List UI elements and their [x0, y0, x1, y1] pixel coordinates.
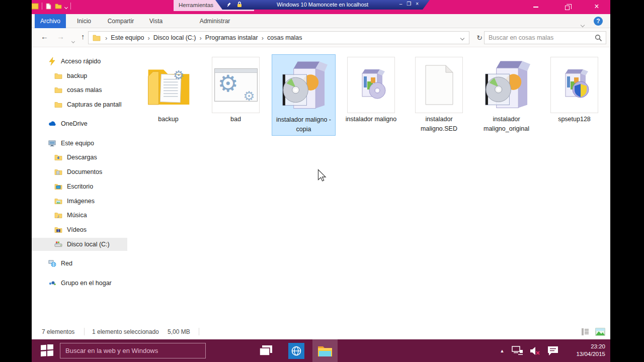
ribbon-tab-bar: Archivo Inicio Compartir Vista Administr… — [32, 14, 610, 28]
window-close-button[interactable]: × — [588, 0, 605, 13]
window-restore-button[interactable] — [558, 0, 576, 13]
file-tile-backup[interactable]: ⚙ backup — [136, 54, 200, 136]
sidebar-item-escritorio[interactable]: Escritorio — [32, 180, 127, 193]
tray-chevron-icon[interactable]: ▲ — [497, 339, 507, 362]
volume-muted-icon[interactable] — [528, 339, 543, 362]
details-view-icon[interactable] — [581, 328, 589, 336]
tab-administrar[interactable]: Administrar — [192, 14, 238, 28]
sidebar-item-label: Escritorio — [67, 183, 93, 190]
properties-icon[interactable] — [45, 3, 52, 10]
quick-access-toolbar — [32, 2, 71, 10]
address-bar[interactable]: › Este equipo › Disco local (C:) › Progr… — [88, 31, 469, 44]
sidebar-item-este-equipo[interactable]: Este equipo — [32, 137, 127, 150]
taskbar: ▲ 23:20 13/04/2015 — [32, 339, 610, 362]
breadcrumb-separator: › — [258, 34, 267, 42]
back-button[interactable]: ← — [41, 32, 48, 41]
help-icon[interactable]: ? — [594, 17, 603, 26]
forward-button[interactable]: → — [57, 32, 64, 41]
sidebar-item-musica[interactable]: ♪ Música — [32, 209, 127, 222]
taskbar-clock[interactable]: 23:20 13/04/2015 — [576, 343, 605, 358]
breadcrumb-separator: › — [102, 34, 111, 42]
search-box[interactable] — [484, 31, 606, 44]
clock-time: 23:20 — [576, 343, 605, 350]
sidebar-item-label: backup — [67, 72, 87, 79]
sidebar-item-label: Disco local (C:) — [67, 241, 110, 248]
breadcrumb-item[interactable]: Disco local (C:) — [153, 34, 196, 41]
installer-box-cd-icon — [280, 57, 328, 114]
desktop-folder-icon — [54, 183, 62, 191]
installer-small-cd-icon — [347, 57, 395, 113]
file-tile-instalador-maligno-original[interactable]: instalador maligno_original — [474, 54, 538, 136]
sidebar-item-red[interactable]: Red — [32, 257, 127, 270]
vm-connection-bar[interactable]: Windows 10 Mamoncete en localhost – ❐ × — [215, 0, 430, 10]
pictures-folder-icon — [54, 197, 62, 205]
file-label: bad — [204, 115, 268, 124]
tab-inicio[interactable]: Inicio — [69, 14, 99, 28]
mouse-cursor — [317, 169, 327, 183]
breadcrumb-separator: › — [196, 34, 205, 42]
tab-compartir[interactable]: Compartir — [102, 14, 139, 28]
vm-close-button[interactable]: × — [416, 1, 419, 7]
thumbnails-view-icon[interactable] — [595, 328, 605, 336]
window-gears-icon: ⚙⚙ — [212, 57, 260, 113]
sidebar-item-disco-local[interactable]: Disco local (C:) — [32, 238, 127, 251]
explorer-app-icon — [32, 3, 39, 10]
vm-screen: Herramientas × Windows 10 Mamoncete en l… — [32, 0, 610, 362]
file-explorer-button[interactable] — [312, 339, 338, 362]
folder-icon — [54, 86, 62, 94]
up-button[interactable]: ↑ — [81, 32, 85, 41]
tab-archivo[interactable]: Archivo — [35, 14, 66, 28]
ribbon-collapse-icon[interactable] — [581, 20, 584, 29]
taskbar-search-input[interactable] — [65, 343, 201, 358]
address-folder-icon — [93, 34, 101, 41]
sidebar-item-descargas[interactable]: Descargas — [32, 151, 127, 164]
file-tile-instalador-maligno[interactable]: instalador maligno — [339, 54, 403, 136]
file-tile-bad[interactable]: ⚙⚙ bad — [204, 54, 268, 136]
sidebar-item-capturas[interactable]: Capturas de pantall — [32, 98, 127, 111]
downloads-folder-icon — [54, 153, 62, 161]
sidebar-item-imagenes[interactable]: Imágenes — [32, 195, 127, 208]
sidebar-item-backup[interactable]: backup — [32, 69, 127, 82]
sidebar-item-label: Acceso rápido — [61, 58, 101, 65]
history-dropdown-icon[interactable] — [72, 36, 74, 45]
file-label: instalador maligno_original — [474, 115, 538, 134]
sidebar-item-videos[interactable]: Vídeos — [32, 223, 127, 236]
sidebar-item-onedrive[interactable]: OneDrive — [32, 117, 127, 130]
status-bar: 7 elementos 1 elemento seleccionado 5,00… — [32, 324, 610, 339]
vm-title: Windows 10 Mamoncete en localhost — [215, 2, 430, 8]
file-tile-instalador-maligno-copia[interactable]: instalador maligno - copia — [272, 54, 336, 136]
selection-size: 5,00 MB — [168, 328, 190, 335]
breadcrumb-item[interactable]: cosas malas — [267, 34, 302, 41]
window-minimize-button[interactable] — [527, 0, 544, 13]
network-tray-icon[interactable] — [510, 339, 526, 362]
qat-dropdown-icon[interactable] — [65, 2, 67, 11]
sidebar-item-grupo-hogar[interactable]: Grupo en el hogar — [32, 277, 127, 290]
task-view-button[interactable] — [257, 339, 275, 362]
search-input[interactable] — [489, 32, 589, 44]
item-count: 7 elementos — [42, 328, 74, 335]
action-center-icon[interactable] — [545, 339, 561, 362]
taskbar-search-box[interactable] — [60, 343, 206, 358]
file-tile-spsetup128[interactable]: spsetup128 — [542, 54, 606, 136]
tab-vista[interactable]: Vista — [143, 14, 169, 28]
breadcrumb-item[interactable]: Este equipo — [111, 34, 144, 41]
address-dropdown-icon[interactable] — [461, 34, 469, 41]
vm-minimize-button[interactable]: – — [399, 1, 403, 7]
svg-text:⚙: ⚙ — [173, 68, 184, 82]
vm-restore-button[interactable]: ❐ — [407, 1, 411, 7]
documents-folder-icon — [54, 168, 62, 176]
svg-text:♪: ♪ — [57, 214, 60, 219]
sidebar-item-label: Este equipo — [61, 140, 94, 147]
sidebar-item-label: OneDrive — [61, 120, 88, 127]
search-icon[interactable] — [595, 34, 602, 42]
sidebar-item-label: Vídeos — [67, 226, 87, 233]
drive-icon — [54, 240, 62, 248]
sidebar-item-acceso-rapido[interactable]: Acceso rápido — [32, 55, 127, 68]
sidebar-item-documentos[interactable]: Documentos — [32, 165, 127, 178]
start-button[interactable] — [36, 339, 58, 362]
breadcrumb-item[interactable]: Programas instalar — [205, 34, 258, 41]
sidebar-item-cosas-malas[interactable]: cosas malas — [32, 83, 127, 97]
file-tile-instalador-maligno-sed[interactable]: instalador maligno.SED — [407, 54, 471, 136]
edge-browser-button[interactable] — [286, 339, 306, 362]
new-folder-icon[interactable] — [55, 3, 62, 9]
